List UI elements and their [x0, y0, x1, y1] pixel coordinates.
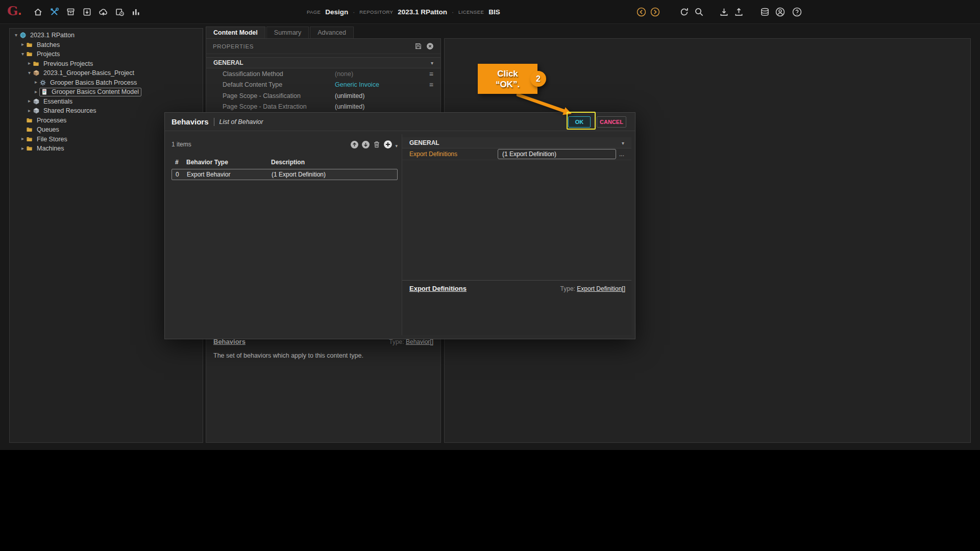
title-divider — [214, 118, 214, 126]
repository-label: REPOSITORY — [359, 9, 393, 15]
tree-item-label: Projects — [37, 51, 60, 58]
project-cube-icon — [33, 69, 41, 77]
scheduled-box-icon[interactable] — [114, 7, 125, 17]
property-value[interactable]: (none) — [335, 70, 353, 78]
context-breadcrumb: PAGE Design · REPOSITORY 2023.1 RPatton … — [307, 0, 500, 24]
folder-icon — [33, 60, 41, 67]
property-value[interactable]: (unlimited) — [335, 92, 364, 99]
expand-arrow-icon[interactable] — [26, 59, 33, 68]
center-panel-tabs: Content Model Summary Advanced — [206, 27, 355, 38]
behaviors-description: The set of behaviors which apply to this… — [213, 352, 433, 359]
back-icon[interactable] — [636, 7, 647, 17]
column-header-description: Description — [271, 159, 398, 166]
tree-item-label: Queues — [37, 126, 59, 133]
property-row-classification-method[interactable]: Classification Method (none) — [206, 68, 440, 80]
database-stack-icon[interactable] — [760, 7, 770, 17]
tab-content-model[interactable]: Content Model — [206, 27, 265, 38]
close-icon[interactable] — [426, 42, 434, 50]
upload-icon[interactable] — [733, 7, 744, 17]
export-definitions-row[interactable]: Export Definitions (1 Export Definition)… — [402, 148, 631, 160]
list-header-row: # Behavior Type Description — [172, 159, 398, 169]
collapse-arrow-icon[interactable] — [19, 49, 26, 59]
cube-icon — [33, 98, 41, 105]
row-menu-icon[interactable] — [429, 81, 433, 89]
type-link[interactable]: Export Definition[] — [577, 285, 625, 292]
grooper-logo[interactable]: G — [7, 4, 21, 19]
tools-icon[interactable] — [49, 7, 60, 17]
tree-item-repository-root[interactable]: 2023.1 RPatton — [10, 31, 203, 40]
export-definitions-value[interactable]: (1 Export Definition) — [498, 149, 616, 159]
tree-item-grooper-basics-project[interactable]: 2023.1_Grooper-Basics_Project — [10, 68, 203, 78]
type-link[interactable]: Behavior[] — [406, 338, 433, 345]
add-icon[interactable] — [383, 140, 393, 149]
behavior-detail-pane: GENERAL Export Definitions (1 Export Def… — [402, 134, 631, 335]
row-number: 0 — [172, 171, 187, 178]
expand-arrow-icon[interactable] — [26, 106, 33, 116]
list-toolbar-icons — [350, 140, 398, 149]
save-icon[interactable] — [414, 42, 422, 50]
add-dropdown-caret-icon[interactable] — [395, 140, 398, 149]
property-value[interactable]: (unlimited) — [335, 103, 364, 110]
property-value-link[interactable]: Generic Invoice — [335, 81, 379, 88]
list-toolbar: 1 items — [172, 138, 398, 151]
move-down-icon[interactable] — [361, 140, 370, 149]
import-box-icon[interactable] — [82, 7, 92, 17]
repository-value: 2023.1 RPatton — [398, 8, 447, 16]
tree-item-projects[interactable]: Projects — [10, 49, 203, 59]
tab-summary[interactable]: Summary — [266, 27, 309, 38]
topbar-right-icons — [636, 7, 802, 17]
property-help-section: Export Definitions Type: Export Definiti… — [402, 280, 631, 335]
dialog-subtitle: List of Behavior — [219, 118, 263, 126]
delete-icon[interactable] — [373, 140, 381, 148]
tree-item-essentials[interactable]: Essentials — [10, 97, 203, 107]
globe-icon — [19, 32, 28, 39]
annotation-callout: Click “OK”. — [478, 64, 537, 94]
row-menu-icon[interactable] — [429, 70, 433, 78]
tree-item-label: Grooper Basics Batch Process — [50, 79, 137, 86]
tree-item-label: Previous Projects — [43, 60, 93, 67]
cloud-upload-icon[interactable] — [98, 7, 109, 17]
expand-arrow-icon[interactable] — [19, 144, 26, 154]
move-up-icon[interactable] — [350, 140, 359, 149]
tab-advanced[interactable]: Advanced — [310, 27, 354, 38]
forward-icon[interactable] — [650, 7, 660, 17]
topbar: G PAGE Design · REPOSITORY 2023.1 RPatto… — [0, 0, 980, 24]
cancel-button[interactable]: CANCEL — [597, 116, 626, 128]
expand-arrow-icon[interactable] — [19, 134, 26, 144]
properties-header-icons — [414, 42, 434, 50]
tree-item-label: Grooper Basics Content Model — [52, 88, 139, 95]
help-icon[interactable] — [792, 7, 802, 17]
user-account-icon[interactable] — [775, 7, 786, 17]
ellipsis-button[interactable]: ... — [619, 151, 624, 158]
type-label: Type: — [389, 338, 404, 345]
dialog-general-section-header[interactable]: GENERAL — [402, 137, 631, 148]
expand-arrow-icon[interactable] — [33, 78, 39, 87]
search-icon[interactable] — [694, 7, 704, 17]
tree-item-batches[interactable]: Batches — [10, 40, 203, 50]
separator-dot: · — [452, 9, 454, 16]
expand-arrow-icon[interactable] — [19, 40, 26, 49]
column-header-number: # — [172, 159, 186, 166]
general-section-header[interactable]: GENERAL — [206, 57, 440, 68]
tree-item-label: Essentials — [43, 98, 72, 105]
collapse-arrow-icon[interactable] — [26, 68, 33, 78]
tree-item-previous-projects[interactable]: Previous Projects — [10, 59, 203, 69]
home-icon[interactable] — [33, 7, 43, 17]
archive-icon[interactable] — [65, 7, 76, 17]
property-row-default-content-type[interactable]: Default Content Type Generic Invoice — [206, 80, 440, 91]
refresh-icon[interactable] — [679, 7, 690, 17]
collapse-arrow-icon[interactable] — [13, 31, 19, 40]
property-row-page-scope-data-extraction[interactable]: Page Scope - Data Extraction (unlimited) — [206, 102, 440, 113]
stats-chart-icon[interactable] — [131, 7, 141, 17]
behavior-list-row[interactable]: 0 Export Behavior (1 Export Definition) — [172, 169, 398, 180]
property-row-page-scope-classification[interactable]: Page Scope - Classification (unlimited) — [206, 90, 440, 102]
page-value: Design — [325, 8, 348, 16]
download-icon[interactable] — [719, 7, 729, 17]
expand-arrow-icon[interactable] — [33, 87, 39, 97]
folder-icon — [26, 41, 35, 48]
tree-item-content-model[interactable]: Grooper Basics Content Model — [10, 87, 203, 97]
tree-item-batch-process[interactable]: Grooper Basics Batch Process — [10, 78, 203, 88]
expand-arrow-icon[interactable] — [26, 96, 33, 106]
tree-item-label: File Stores — [37, 136, 67, 143]
export-definitions-label[interactable]: Export Definitions — [409, 151, 498, 158]
